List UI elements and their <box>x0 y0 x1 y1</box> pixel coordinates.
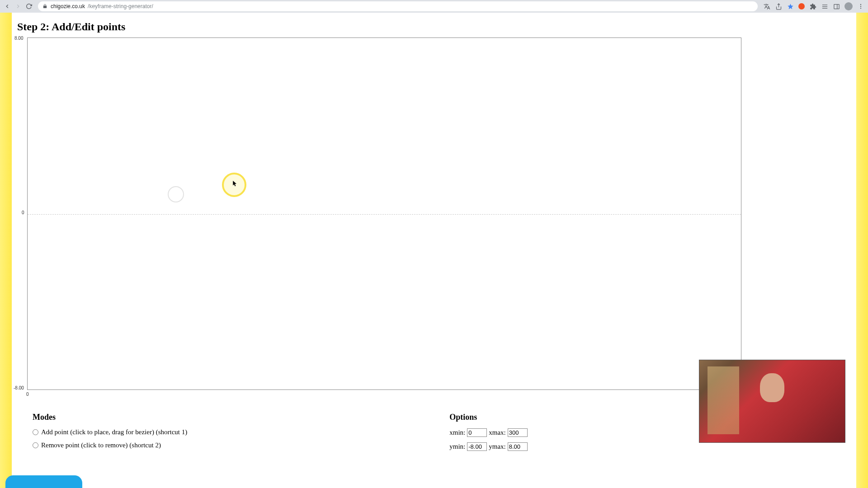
cursor-pointer-icon <box>233 181 238 188</box>
xmax-input[interactable] <box>508 428 528 437</box>
svg-rect-1 <box>834 4 839 9</box>
bottom-widget[interactable] <box>5 475 82 488</box>
mode-add-radio[interactable] <box>33 429 38 435</box>
y-axis-tick-zero: 0 <box>22 210 24 215</box>
presenter-face <box>760 373 784 402</box>
extensions-puzzle-icon[interactable] <box>809 3 816 10</box>
xmin-input[interactable] <box>467 428 487 437</box>
lock-icon <box>42 4 48 9</box>
modes-heading: Modes <box>33 413 187 422</box>
y-range-row: ymin: ymax: <box>449 442 528 451</box>
chrome-menu-icon[interactable] <box>857 3 864 10</box>
zero-gridline <box>28 214 741 215</box>
page-body: Step 2: Add/Edit points 8.00 0 -8.00 0 M… <box>0 13 868 488</box>
decorative-border-right <box>856 13 868 488</box>
ymax-label: ymax: <box>489 443 506 450</box>
ymin-label: ymin: <box>449 443 465 450</box>
nav-button-group <box>4 3 33 10</box>
bookmark-star-icon[interactable] <box>787 3 794 10</box>
svg-point-4 <box>860 6 861 7</box>
svg-point-3 <box>860 4 861 5</box>
xmax-label: xmax: <box>489 429 506 436</box>
svg-point-5 <box>860 8 861 9</box>
keyframe-chart: 8.00 0 -8.00 0 <box>27 38 851 390</box>
share-icon[interactable] <box>775 3 782 10</box>
side-panel-icon[interactable] <box>833 3 840 10</box>
y-axis-tick-max: 8.00 <box>14 36 23 41</box>
chart-canvas[interactable] <box>27 38 741 390</box>
y-axis-tick-min: -8.00 <box>14 385 24 390</box>
options-heading: Options <box>449 413 528 422</box>
mode-remove-point[interactable]: Remove point (click to remove) (shortcut… <box>33 441 187 449</box>
mode-add-point[interactable]: Add point (click to place, drag for bezi… <box>33 428 187 436</box>
cursor-highlight-marker <box>222 173 246 197</box>
back-button[interactable] <box>4 3 11 10</box>
mode-add-label: Add point (click to place, drag for bezi… <box>41 428 187 436</box>
webcam-overlay <box>699 360 845 443</box>
browser-toolbar: chigozie.co.uk/keyframe-string-generator… <box>0 0 868 13</box>
translate-icon[interactable] <box>763 3 770 10</box>
cursor-trail-marker <box>168 186 184 202</box>
url-host: chigozie.co.uk <box>51 3 85 9</box>
forward-button[interactable] <box>14 3 22 10</box>
step-heading: Step 2: Add/Edit points <box>17 21 851 33</box>
x-axis-tick-zero: 0 <box>26 392 29 397</box>
chrome-action-icons <box>763 2 864 10</box>
modes-column: Modes Add point (click to place, drag fo… <box>33 413 187 456</box>
profile-avatar-icon[interactable] <box>844 2 853 10</box>
mode-remove-label: Remove point (click to remove) (shortcut… <box>41 441 161 449</box>
xmin-label: xmin: <box>449 429 465 436</box>
ymax-input[interactable] <box>508 442 528 451</box>
mode-remove-radio[interactable] <box>33 442 38 448</box>
reading-list-icon[interactable] <box>821 3 828 10</box>
url-path: /keyframe-string-generator/ <box>88 3 153 9</box>
address-bar[interactable]: chigozie.co.uk/keyframe-string-generator… <box>38 1 758 11</box>
extension-badge-icon[interactable] <box>798 3 805 9</box>
x-range-row: xmin: xmax: <box>449 428 528 437</box>
decorative-border-left <box>0 13 12 488</box>
reload-button[interactable] <box>25 3 33 10</box>
options-column: Options xmin: xmax: ymin: ymax: <box>449 413 528 456</box>
ymin-input[interactable] <box>467 442 487 451</box>
